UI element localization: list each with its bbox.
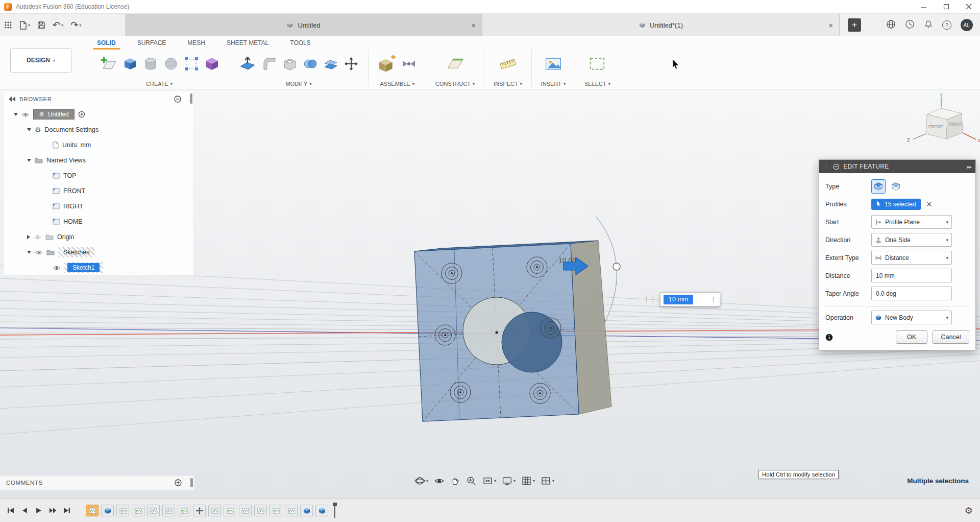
ok-button[interactable]: OK	[896, 330, 927, 344]
drag-grip-icon[interactable]: ⋮	[823, 163, 829, 170]
fillet-icon[interactable]	[262, 56, 277, 72]
timeline-step-back-button[interactable]	[21, 507, 29, 514]
expand-arrow-icon[interactable]	[27, 128, 31, 131]
offset-face-icon[interactable]	[323, 56, 338, 72]
visibility-eye-icon[interactable]	[53, 265, 61, 271]
visibility-eye-icon[interactable]	[34, 234, 42, 240]
orbit-button[interactable]: ▾	[414, 476, 428, 486]
expand-arrow-icon[interactable]	[27, 251, 31, 254]
redo-button[interactable]: ↷▾	[70, 20, 81, 30]
tab-solid[interactable]: SOLID	[96, 38, 117, 49]
minimize-button[interactable]	[913, 0, 935, 13]
grid-snaps-button[interactable]: ▾	[521, 476, 535, 486]
timeline-step-forward-button[interactable]	[48, 507, 57, 514]
zoom-button[interactable]	[466, 476, 477, 486]
circle-minus-icon[interactable]	[833, 163, 840, 170]
new-tab-button[interactable]: +	[848, 18, 861, 32]
timeline-position-marker[interactable]	[331, 503, 338, 519]
file-menu-icon[interactable]: ▾	[19, 21, 30, 30]
timeline-item-sketch[interactable]	[116, 505, 129, 516]
close-tab-icon[interactable]: ×	[471, 21, 476, 30]
root-component-chip[interactable]: Untitled	[33, 109, 75, 120]
collapsed-arrow-icon[interactable]	[27, 235, 30, 239]
cancel-button[interactable]: Cancel	[933, 330, 969, 344]
workspace-selector[interactable]: DESIGN ▾	[10, 48, 71, 73]
extensions-globe-icon[interactable]	[886, 19, 896, 31]
timeline-item-move[interactable]	[193, 505, 206, 516]
timeline-item-sketch[interactable]	[254, 505, 267, 516]
collapse-panel-icon[interactable]	[9, 97, 15, 102]
timeline-item-sketch[interactable]	[239, 505, 252, 516]
clear-selection-icon[interactable]: ✕	[926, 200, 932, 208]
comments-bar[interactable]: COMMENTS	[0, 475, 194, 490]
circle-plus-icon[interactable]	[175, 479, 182, 486]
activate-radio-icon[interactable]	[78, 111, 85, 118]
group-select-dropdown[interactable]: SELECT▾	[584, 81, 610, 87]
browser-item-sketch1[interactable]: Sketch1	[4, 260, 193, 275]
close-button[interactable]	[958, 0, 980, 13]
document-tab-untitled[interactable]: Untitled ×	[125, 14, 482, 36]
box-icon[interactable]	[122, 56, 138, 72]
create-sketch-icon[interactable]	[99, 55, 117, 73]
timeline-item-sketch-current[interactable]	[86, 505, 99, 516]
group-create-dropdown[interactable]: CREATE▾	[146, 81, 173, 87]
browser-item-sketches[interactable]: Sketches	[4, 245, 193, 260]
insert-image-icon[interactable]	[544, 55, 562, 73]
group-insert-dropdown[interactable]: INSERT▾	[541, 81, 566, 87]
group-inspect-dropdown[interactable]: INSPECT▾	[494, 81, 522, 87]
timeline-item-sketch[interactable]	[178, 505, 190, 516]
tab-sheet-metal[interactable]: SHEET METAL	[226, 38, 270, 49]
pattern-icon[interactable]	[184, 56, 199, 72]
dialog-header[interactable]: ⋮ EDIT FEATURE ▸▸	[819, 160, 975, 173]
timeline-go-to-start-button[interactable]	[7, 507, 15, 514]
browser-item-document-settings[interactable]: ⚙ Document Settings	[4, 122, 193, 137]
timeline-item-extrude[interactable]	[101, 505, 114, 516]
app-grid-menu-icon[interactable]	[4, 21, 12, 29]
new-component-icon[interactable]	[378, 55, 396, 73]
user-avatar[interactable]: AL	[961, 19, 973, 31]
timeline-item-extrude[interactable]	[300, 505, 313, 516]
create-form-icon[interactable]	[204, 56, 219, 72]
timeline-item-sketch[interactable]	[224, 505, 236, 516]
info-icon[interactable]	[825, 334, 833, 341]
expand-arrow-icon[interactable]	[27, 159, 31, 162]
timeline-play-button[interactable]	[35, 507, 42, 514]
help-icon[interactable]: ?	[942, 20, 951, 30]
view-cube[interactable]: Y FRONT RIGHT X Z	[897, 92, 980, 148]
move-copy-icon[interactable]	[344, 56, 359, 72]
expand-arrow-icon[interactable]	[14, 113, 18, 116]
group-construct-dropdown[interactable]: CONSTRUCT▾	[435, 81, 475, 87]
rotate-manipulator-handle[interactable]	[613, 263, 620, 270]
tab-tools[interactable]: TOOLS	[289, 38, 311, 49]
extent-type-select[interactable]: Distance ▾	[871, 251, 952, 265]
timeline-item-sketch[interactable]	[285, 505, 298, 516]
browser-item-view-home[interactable]: HOME	[4, 214, 193, 229]
combine-icon[interactable]	[303, 56, 318, 72]
taper-angle-field[interactable]: 0.0 deg	[871, 287, 952, 300]
tab-mesh[interactable]: MESH	[186, 38, 206, 49]
notifications-bell-icon[interactable]	[924, 19, 933, 31]
group-modify-dropdown[interactable]: MODIFY▾	[286, 81, 312, 87]
visibility-eye-icon[interactable]	[35, 250, 43, 255]
document-tab-untitled-1[interactable]: Untitled*(1) ×	[482, 14, 840, 36]
pan-button[interactable]	[450, 476, 460, 486]
shell-icon[interactable]	[282, 56, 298, 72]
job-status-clock-icon[interactable]	[905, 19, 915, 31]
browser-item-units[interactable]: Units: mm	[4, 137, 193, 153]
timeline-item-sketch[interactable]	[208, 505, 221, 516]
distance-value-selected-text[interactable]: 10 mm	[664, 295, 693, 304]
maximize-button[interactable]	[935, 0, 958, 13]
timeline-settings-gear-icon[interactable]: ⚙	[965, 506, 973, 515]
scrollbar-thumb[interactable]	[190, 478, 193, 487]
extrude-solid-type-button[interactable]	[871, 179, 886, 194]
browser-item-view-right[interactable]: RIGHT	[4, 199, 193, 214]
distance-value-input[interactable]: 10 mm ⋮	[660, 292, 720, 306]
drag-grip-icon[interactable]: ⋮⋮	[643, 296, 656, 303]
timeline-go-to-end-button[interactable]	[63, 507, 70, 514]
operation-select[interactable]: New Body ▾	[871, 311, 952, 324]
sphere-icon[interactable]	[163, 56, 179, 72]
selected-sketch-chip[interactable]: Sketch1	[67, 263, 100, 272]
kebab-menu-icon[interactable]: ⋮	[710, 296, 717, 303]
viewports-button[interactable]: ▾	[541, 476, 554, 486]
measure-icon[interactable]	[499, 55, 517, 73]
